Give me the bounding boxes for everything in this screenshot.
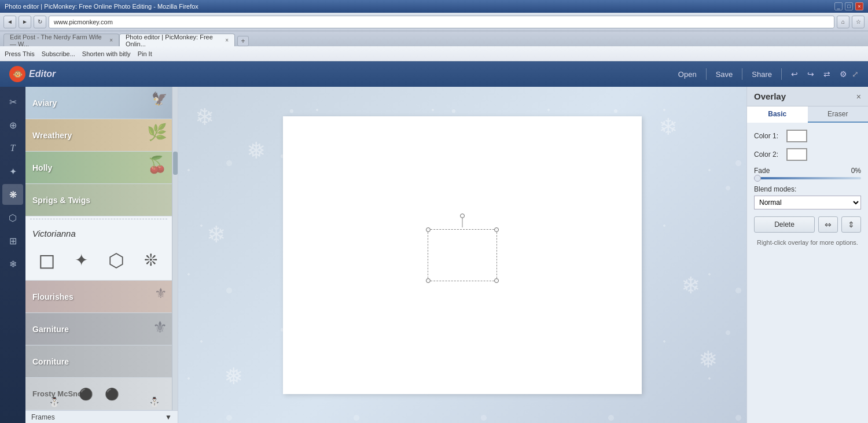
- canvas-area[interactable]: ❄ ❅ ❄ ❅ ❄ ❅ ❄: [178, 87, 746, 423]
- tab-basic[interactable]: Basic: [747, 106, 808, 123]
- rotate-handle[interactable]: [460, 214, 465, 218]
- browser-tabs: Edit Post - The Nerdy Farm Wife — W... ×…: [0, 31, 868, 46]
- frame-item-3[interactable]: ⬡: [101, 245, 131, 275]
- frame-item-1[interactable]: ◻: [32, 245, 62, 275]
- category-wreathery[interactable]: Wreathery 🌿: [25, 119, 172, 152]
- open-button[interactable]: Open: [678, 70, 697, 79]
- tool-effects[interactable]: ⊕: [2, 115, 23, 135]
- tool-sidebar: ✂ ⊕ T ✦ ❋ ⬡ ⊞ ❄: [0, 87, 25, 423]
- selected-overlay[interactable]: [428, 229, 497, 281]
- color-1-swatch[interactable]: [786, 130, 807, 142]
- flip-vertical-button[interactable]: ⇕: [841, 216, 861, 233]
- scrollbar[interactable]: [172, 87, 178, 410]
- share-button[interactable]: Share: [752, 70, 772, 79]
- frosty-snowman-right-icon: ⛄: [149, 396, 160, 407]
- tool-touchup[interactable]: ✦: [2, 161, 23, 182]
- category-garniture-label: Garniture: [32, 325, 69, 334]
- overlay-hint: Right-click overlay for more options.: [747, 233, 868, 253]
- blend-modes-select[interactable]: Normal Multiply Screen Overlay Darken Li…: [754, 196, 861, 209]
- frame-shape-3: ⬡: [108, 251, 124, 270]
- category-wreathery-label: Wreathery: [32, 131, 72, 140]
- minimize-button[interactable]: _: [834, 2, 843, 10]
- close-button[interactable]: ×: [855, 2, 863, 10]
- category-aviary[interactable]: Aviary 🦅: [25, 87, 172, 119]
- address-bar[interactable]: www.picmonkey.com: [49, 16, 834, 28]
- handle-top-right[interactable]: [494, 227, 499, 232]
- fade-slider[interactable]: [754, 177, 861, 179]
- frame-item-4[interactable]: ❊: [136, 245, 166, 275]
- undo-button[interactable]: ↩: [791, 69, 798, 79]
- fade-row: Fade 0%: [754, 167, 861, 179]
- browser-toolbar: ◄ ► ↻ www.picmonkey.com ⌂ ☆: [0, 13, 868, 31]
- tool-text[interactable]: T: [2, 138, 23, 159]
- tab-1-close[interactable]: ×: [109, 37, 113, 43]
- blend-modes-label: Blend modes:: [754, 185, 861, 193]
- overlay-tabs: Basic Eraser: [747, 106, 868, 123]
- maximize-button[interactable]: □: [845, 2, 853, 10]
- redo-button[interactable]: ↪: [807, 69, 814, 79]
- tab-2-close[interactable]: ×: [225, 37, 229, 43]
- handle-bottom-left[interactable]: [426, 278, 431, 283]
- overlay-close-button[interactable]: ×: [856, 92, 861, 101]
- forward-button[interactable]: ►: [19, 16, 31, 28]
- bookmark-press-this[interactable]: Press This: [5, 50, 35, 57]
- tool-frames[interactable]: ⬡: [2, 207, 23, 228]
- category-holly-label: Holly: [32, 163, 52, 172]
- category-flourishes[interactable]: Flourishes ⚜: [25, 281, 172, 313]
- canvas-white[interactable]: [283, 116, 642, 394]
- app-title: Editor: [29, 69, 56, 79]
- tab-1[interactable]: Edit Post - The Nerdy Farm Wife — W... ×: [3, 34, 119, 46]
- handle-top-left[interactable]: [426, 227, 431, 232]
- category-frosty[interactable]: ⚫ ⚫ ⛄ ⛄ Frosty McSnow: [25, 378, 172, 410]
- header-tools: Open Save Share ↩ ↪ ⇄ ⚙: [678, 68, 847, 80]
- delete-button[interactable]: Delete: [754, 216, 815, 233]
- category-sprigs[interactable]: Sprigs & Twigs: [25, 184, 172, 216]
- tab-2[interactable]: Photo editor | PicMonkey: Free Onlin... …: [119, 34, 235, 46]
- new-tab-button[interactable]: +: [237, 36, 249, 46]
- bookmark-pin-it[interactable]: Pin It: [138, 50, 152, 57]
- overlay-panel-title: Overlay: [754, 91, 786, 101]
- save-button[interactable]: Save: [716, 70, 733, 79]
- color-2-swatch[interactable]: [786, 148, 807, 161]
- fullscreen-button[interactable]: ⤢: [852, 69, 859, 79]
- settings-button[interactable]: ⚙: [840, 69, 847, 79]
- bookmark-subscribe[interactable]: Subscribe...: [42, 50, 75, 57]
- category-garniture[interactable]: Garniture ⚜: [25, 313, 172, 345]
- scrollbar-thumb[interactable]: [173, 152, 178, 175]
- category-corniture[interactable]: Corniture: [25, 345, 172, 378]
- category-aviary-label: Aviary: [32, 98, 57, 108]
- fade-label: Fade: [754, 167, 770, 175]
- resize-button[interactable]: ⇄: [823, 69, 830, 79]
- category-sprigs-label: Sprigs & Twigs: [32, 196, 90, 205]
- refresh-button[interactable]: ↻: [34, 16, 46, 28]
- tool-snowflake[interactable]: ❄: [2, 253, 23, 274]
- victorianna-items: ◻ ✦ ⬡ ❊: [30, 245, 167, 275]
- back-button[interactable]: ◄: [3, 16, 16, 28]
- category-holly[interactable]: Holly 🍒: [25, 152, 172, 184]
- app-body: ✂ ⊕ T ✦ ❋ ⬡ ⊞ ❄ Aviary 🦅: [0, 87, 868, 423]
- app-container: 🐵 Editor Open Save Share ↩ ↪ ⇄ ⚙ ⤢ ✂ ⊕ T…: [0, 61, 868, 423]
- bookmark-shorten[interactable]: Shorten with bitly: [82, 50, 131, 57]
- overlay-header: Overlay ×: [747, 87, 868, 106]
- tab-eraser[interactable]: Eraser: [808, 106, 869, 122]
- app-logo: 🐵 Editor: [9, 66, 56, 82]
- frame-item-2[interactable]: ✦: [67, 245, 97, 275]
- handle-bottom-right[interactable]: [494, 278, 499, 283]
- fade-thumb[interactable]: [754, 175, 761, 182]
- home-button[interactable]: ⌂: [837, 16, 849, 28]
- logo-icon: 🐵: [9, 66, 25, 82]
- bookmarks-bar: Press This Subscribe... Shorten with bit…: [0, 46, 868, 61]
- color-1-row: Color 1:: [754, 130, 861, 142]
- tool-crop[interactable]: ✂: [2, 91, 23, 112]
- flip-horizontal-button[interactable]: ⇔: [818, 216, 838, 233]
- titlebar-controls: _ □ ×: [834, 2, 863, 10]
- tool-overlays[interactable]: ❋: [2, 184, 23, 205]
- tool-texture[interactable]: ⊞: [2, 230, 23, 251]
- titlebar-text: Photo editor | PicMonkey: Free Online Ph…: [5, 3, 834, 10]
- frame-shape-4: ❊: [144, 252, 157, 268]
- snowman-left-icon: ⚫: [79, 387, 93, 401]
- tab-2-label: Photo editor | PicMonkey: Free Onlin...: [126, 34, 222, 47]
- bookmark-button[interactable]: ☆: [852, 16, 865, 28]
- frame-shape-2: ✦: [75, 252, 88, 268]
- frame-shape-1: ◻: [38, 250, 56, 271]
